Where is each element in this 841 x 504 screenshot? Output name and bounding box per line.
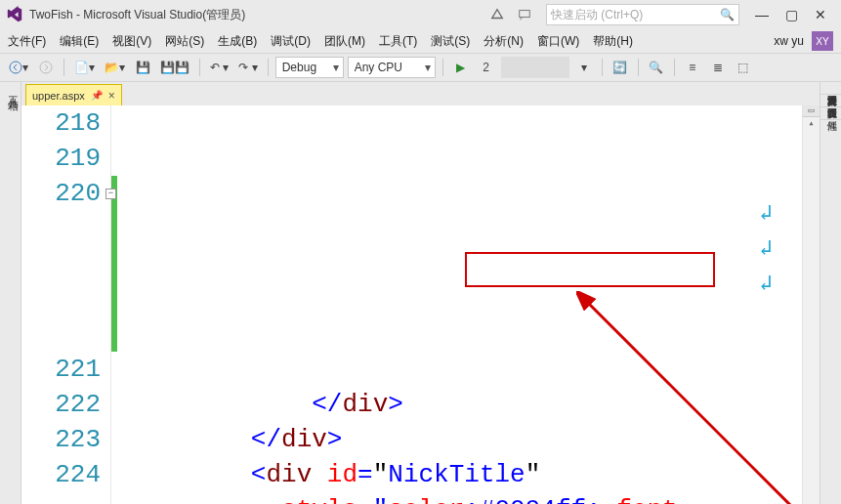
solution-config-select[interactable]: Debug (275, 57, 344, 78)
format-button[interactable]: ⬚ (733, 57, 754, 78)
highlight-annotation (465, 252, 715, 287)
menu-debug[interactable]: 调试(D) (271, 33, 311, 50)
line-number (21, 246, 101, 281)
uncomment-button[interactable]: ≣ (707, 57, 729, 78)
comment-button[interactable]: ≡ (682, 57, 703, 78)
code-line[interactable]: <div id="NickTitle" (117, 457, 802, 492)
vertical-scrollbar[interactable]: ▭ ▴ (802, 105, 820, 504)
browser-dropdown[interactable]: ▾ (573, 57, 595, 78)
svg-point-2 (40, 62, 52, 73)
search-icon: 🔍 (720, 8, 735, 21)
browser-select[interactable] (501, 57, 569, 78)
code-line[interactable]: </div> (117, 422, 802, 457)
nav-back-button[interactable]: ▾ (6, 57, 31, 78)
find-in-files-button[interactable]: 🔍 (646, 57, 667, 78)
minimize-button[interactable]: — (747, 4, 777, 25)
maximize-button[interactable]: ▢ (777, 4, 806, 25)
menu-tools[interactable]: 工具(T) (379, 33, 417, 50)
solution-explorer-tab[interactable]: 解决方案资源管理器 (820, 82, 841, 95)
user-avatar[interactable]: XY (812, 31, 833, 51)
undo-button[interactable]: ↶ ▾ (207, 57, 231, 78)
window-title: TwoFish - Microsoft Visual Studio(管理员) (29, 7, 245, 23)
code-line[interactable]: </div> (117, 387, 802, 422)
team-explorer-tab[interactable]: 团队资源管理器 (820, 95, 841, 107)
code-line[interactable]: style="color:#0094ff; font- (117, 492, 802, 504)
menu-build[interactable]: 生成(B) (218, 33, 257, 50)
solution-platform-select[interactable]: Any CPU (348, 57, 436, 78)
code-editor[interactable]: 218219220221222223224 − ↲ ↲ ↲ </div> </d… (21, 105, 820, 504)
line-number (21, 492, 101, 504)
menu-view[interactable]: 视图(V) (112, 33, 151, 50)
line-number: 218 (21, 105, 101, 141)
toolbox-panel-tab[interactable]: 工具箱 (0, 82, 21, 504)
menu-edit[interactable]: 编辑(E) (60, 33, 99, 50)
start-debug-button[interactable]: ▶ (450, 57, 472, 78)
line-number (21, 211, 101, 246)
menu-team[interactable]: 团队(M) (324, 33, 365, 50)
line-number: 219 (21, 141, 101, 176)
close-button[interactable]: ✕ (806, 4, 835, 25)
menu-file[interactable]: 文件(F) (8, 33, 46, 50)
pin-icon[interactable]: 📌 (91, 90, 103, 101)
refresh-button[interactable]: 🔄 (610, 57, 631, 78)
properties-tab[interactable]: 属性 (820, 107, 841, 120)
line-number: 224 (21, 457, 101, 492)
run-count: 2 (476, 57, 497, 78)
quick-launch-input[interactable]: 快速启动 (Ctrl+Q) 🔍 (546, 4, 739, 25)
scroll-up-icon[interactable]: ▴ (803, 117, 820, 131)
feedback-icon[interactable] (515, 5, 534, 24)
open-button[interactable]: 📂▾ (102, 57, 128, 78)
line-number (21, 281, 101, 316)
new-project-button[interactable]: 📄▾ (71, 57, 98, 78)
wrap-indicator-icon: ↲ (760, 197, 773, 232)
menu-window[interactable]: 窗口(W) (537, 33, 579, 50)
line-number (21, 316, 101, 352)
redo-button[interactable]: ↷ ▾ (235, 57, 260, 78)
menu-test[interactable]: 测试(S) (431, 33, 470, 50)
menu-website[interactable]: 网站(S) (165, 33, 204, 50)
line-number: 221 (21, 352, 101, 387)
editor-tab[interactable]: upper.aspx 📌 × (25, 84, 122, 105)
vs-logo-icon (6, 6, 23, 23)
line-number: 223 (21, 422, 101, 457)
menu-help[interactable]: 帮助(H) (593, 33, 633, 50)
menu-analyze[interactable]: 分析(N) (484, 33, 524, 50)
quick-launch-placeholder: 快速启动 (Ctrl+Q) (551, 7, 643, 23)
tab-close-icon[interactable]: × (108, 89, 115, 103)
collapse-toggle-icon[interactable]: − (105, 189, 116, 199)
line-number: 220 (21, 176, 101, 211)
svg-point-1 (10, 62, 21, 73)
tab-filename: upper.aspx (32, 90, 85, 102)
wrap-indicator-icon: ↲ (760, 268, 773, 303)
save-all-button[interactable]: 💾💾 (157, 57, 192, 78)
notifications-icon[interactable] (487, 5, 507, 24)
save-button[interactable]: 💾 (132, 57, 153, 78)
wrap-indicator-icon: ↲ (760, 232, 773, 268)
nav-forward-button[interactable] (35, 57, 57, 78)
user-name[interactable]: xw yu (774, 34, 804, 48)
line-number: 222 (21, 387, 101, 422)
svg-rect-0 (520, 11, 530, 18)
